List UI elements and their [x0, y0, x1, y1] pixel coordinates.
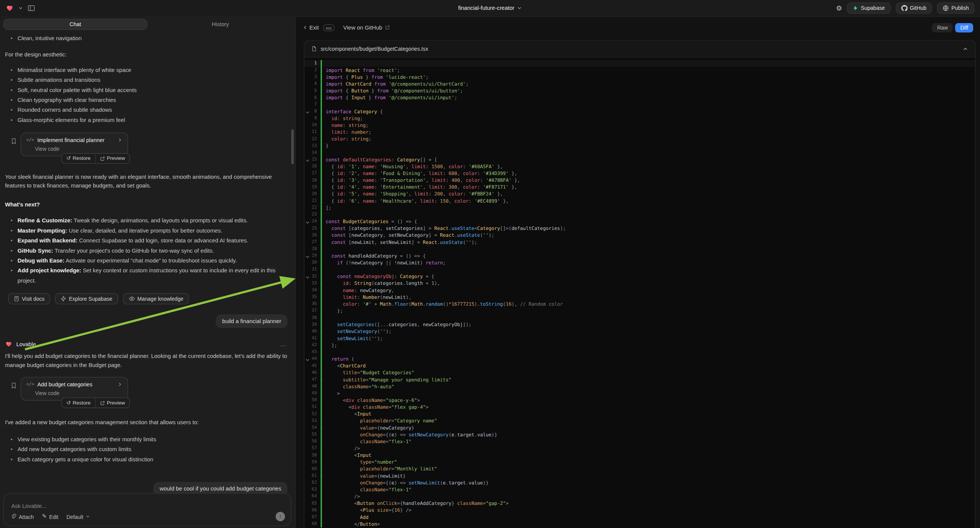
view-code-link[interactable]: View code: [35, 145, 123, 152]
code-line: 18 { id: '3', name: 'Transportation', li…: [305, 177, 975, 184]
line-number: 60: [310, 466, 318, 472]
line-number: 41: [310, 335, 318, 342]
collapse-chevron-up-icon[interactable]: [963, 46, 968, 51]
version-card[interactable]: </> Add budget categories View code: [21, 377, 128, 401]
code-text: };: [322, 308, 343, 314]
code-line: 17 { id: '2', name: 'Food & Dining', lim…: [305, 170, 975, 177]
fold-chevron-icon[interactable]: [305, 356, 310, 363]
send-button[interactable]: ↑: [276, 512, 285, 521]
fold-gutter: [305, 369, 310, 376]
attach-button[interactable]: Attach: [11, 513, 34, 520]
line-number: 57: [310, 445, 318, 452]
document-icon: [14, 296, 19, 302]
code-line: 36 color: '#' + Math.floor(Math.random()…: [305, 301, 975, 308]
code-text: id: String(categories.length + 1),: [322, 280, 440, 287]
view-on-github-button[interactable]: View on GitHub: [343, 24, 390, 31]
explore-supabase-button[interactable]: Explore Supabase: [55, 293, 118, 305]
bolt-icon: [60, 296, 66, 302]
github-button[interactable]: GitHub: [896, 3, 932, 14]
code-text: limit: number;: [322, 129, 372, 135]
preview-button[interactable]: Preview: [95, 154, 130, 163]
code-text: placeholder="Category name": [322, 417, 437, 424]
code-editor[interactable]: 12import React from 'react';3import { Pl…: [305, 57, 975, 528]
code-text: { id: '3', name: 'Transportation', limit…: [322, 177, 520, 184]
code-line: 61 value={newLimit}: [305, 472, 975, 479]
code-panel: Exit esc View on GitHub Raw Diff src/: [295, 17, 980, 528]
project-chevron-down-icon: [517, 6, 522, 11]
tab-chat[interactable]: Chat: [3, 19, 147, 30]
app-root: financial-future-creator ⚙ Supabase GitH…: [0, 0, 980, 528]
message-menu-icon[interactable]: …: [280, 340, 290, 347]
preview-button[interactable]: Preview: [95, 398, 130, 407]
view-code-link[interactable]: View code: [35, 390, 123, 396]
fold-chevron-icon[interactable]: [305, 218, 310, 225]
code-line: 4import ChartCard from '@/components/ui/…: [305, 81, 975, 87]
exit-button[interactable]: Exit: [303, 24, 319, 31]
restore-button[interactable]: ↺ Restore: [62, 154, 95, 163]
sidebar-toggle-icon[interactable]: [28, 5, 35, 12]
restore-button[interactable]: ↺ Restore: [62, 398, 95, 407]
bookmark-icon[interactable]: [11, 137, 17, 145]
pencil-icon: ✎: [42, 514, 46, 519]
fold-gutter: [305, 287, 310, 294]
fold-chevron-icon[interactable]: [305, 108, 310, 115]
fold-chevron-icon[interactable]: [305, 273, 310, 280]
fold-gutter: [305, 335, 310, 342]
fold-gutter: [305, 342, 310, 349]
fold-gutter: [305, 280, 310, 287]
version-card[interactable]: </> Implement financial planner View cod…: [21, 132, 128, 156]
lovable-logo-heart-icon[interactable]: [6, 5, 14, 12]
code-text: <div className="space-y-6">: [322, 397, 420, 404]
edit-button[interactable]: ✎ Edit: [42, 513, 58, 520]
line-number: 66: [310, 507, 318, 514]
settings-gear-icon[interactable]: ⚙: [836, 5, 842, 11]
diff-toggle-button[interactable]: Diff: [955, 23, 973, 32]
assistant-paragraph: Your sleek financial planner is now read…: [5, 172, 290, 190]
fold-gutter: [305, 135, 310, 142]
fold-gutter: [305, 507, 310, 514]
restore-preview-toolbar: ↺ Restore Preview: [61, 153, 130, 164]
publish-button[interactable]: Publish: [937, 3, 975, 14]
code-line: 67 Add: [305, 514, 975, 520]
logo-chevron-down-icon[interactable]: [18, 6, 23, 11]
whats-next-heading: What's next?: [5, 201, 290, 208]
model-selector[interactable]: Default: [66, 513, 90, 520]
visit-docs-button[interactable]: Visit docs: [8, 293, 50, 305]
code-text: [322, 101, 326, 108]
file-icon: [312, 45, 317, 52]
fold-gutter: [305, 500, 310, 507]
fold-gutter: [305, 417, 310, 424]
tab-history[interactable]: History: [149, 19, 292, 30]
code-text: limit: Number(newLimit),: [322, 294, 411, 301]
project-switcher[interactable]: financial-future-creator: [0, 5, 980, 11]
code-line: 25 const [categories, setCategories] = R…: [305, 225, 975, 232]
chat-scrollbar-thumb[interactable]: [291, 130, 294, 164]
fold-chevron-icon[interactable]: [305, 156, 310, 163]
code-line: 59 type="number": [305, 459, 975, 466]
chat-input[interactable]: [11, 503, 283, 509]
fold-gutter: [305, 129, 310, 135]
line-number: 18: [310, 177, 318, 184]
supabase-button[interactable]: Supabase: [847, 3, 890, 14]
code-text: type="number": [322, 459, 398, 466]
raw-toggle-button[interactable]: Raw: [932, 23, 953, 32]
list-item: Glass-morphic elements for a premium fee…: [5, 115, 290, 125]
code-line: 50 <div className="space-y-6">: [305, 397, 975, 404]
fold-gutter: [305, 184, 310, 191]
bookmark-icon[interactable]: [11, 382, 17, 390]
list-item: Refine & Customize: Tweak the design, an…: [5, 216, 290, 225]
code-text: color: string;: [322, 135, 372, 142]
line-number: 12: [310, 135, 318, 142]
list-item: Rounded corners and subtle shadows: [5, 105, 290, 115]
version-card-title-row: </> Implement financial planner: [26, 137, 123, 143]
line-number: 38: [310, 314, 318, 321]
file-header[interactable]: src/components/budget/BudgetCategories.t…: [305, 41, 975, 57]
code-text: <Plus size={16} />: [322, 507, 411, 514]
fold-chevron-icon[interactable]: [305, 253, 310, 259]
line-number: 3: [310, 74, 318, 81]
code-line: 62 onChange={(e) => setNewLimit(e.target…: [305, 480, 975, 486]
line-number: 19: [310, 184, 318, 191]
manage-knowledge-button[interactable]: Manage knowledge: [123, 293, 189, 305]
code-line: 32 const newCategoryObj: Category = {: [305, 273, 975, 280]
fold-gutter: [305, 520, 310, 527]
